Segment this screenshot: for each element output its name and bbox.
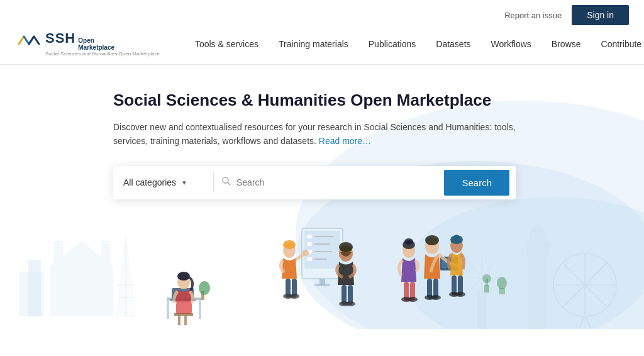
svg-point-40 — [177, 272, 190, 281]
nav-item-training[interactable]: Training materials — [269, 34, 358, 54]
svg-rect-51 — [307, 257, 312, 261]
svg-rect-15 — [526, 241, 550, 257]
read-more-link[interactable]: Read more… — [319, 136, 371, 146]
svg-rect-35 — [176, 303, 192, 314]
svg-point-61 — [289, 294, 299, 299]
nav-item-tools[interactable]: Tools & services — [185, 34, 269, 54]
svg-marker-17 — [530, 222, 545, 231]
logo-tagline: Social Sciences and Humanities Open Mark… — [45, 51, 160, 57]
svg-point-63 — [339, 242, 353, 252]
svg-rect-38 — [184, 316, 187, 325]
svg-point-74 — [408, 297, 418, 302]
category-label: All categories — [123, 177, 176, 187]
svg-rect-46 — [314, 236, 333, 237]
nav-item-workflows[interactable]: Workflows — [481, 34, 541, 54]
header-nav: SSH Open Marketplace Social Sciences and… — [0, 30, 644, 65]
signin-button[interactable]: Sign in — [572, 5, 629, 25]
svg-rect-37 — [178, 316, 180, 325]
svg-rect-11 — [101, 241, 110, 266]
hero-description: Discover new and contextualised resource… — [113, 120, 516, 148]
report-issue-link[interactable]: Report an issue — [504, 11, 562, 20]
svg-line-23 — [579, 316, 585, 329]
logo-ssh: SSH — [45, 31, 75, 45]
nav-item-datasets[interactable]: Datasets — [426, 34, 480, 54]
svg-point-70 — [404, 238, 413, 245]
svg-rect-50 — [314, 251, 332, 252]
logo-icon — [15, 30, 43, 58]
hero-title: Social Sciences & Humanities Open Market… — [113, 90, 553, 111]
nav-item-contribute[interactable]: Contribute — [591, 34, 644, 54]
svg-point-93 — [497, 277, 507, 289]
search-input[interactable] — [236, 177, 436, 187]
search-input-wrap — [214, 176, 444, 189]
hero-desc-text: Discover new and contextualised resource… — [113, 122, 516, 146]
svg-rect-45 — [307, 235, 312, 238]
nav-item-browse[interactable]: Browse — [541, 34, 591, 54]
svg-rect-52 — [314, 259, 327, 260]
search-icon — [221, 176, 231, 189]
logo-text: SSH Open Marketplace Social Sciences and… — [45, 31, 160, 57]
svg-point-88 — [455, 292, 465, 297]
svg-rect-36 — [174, 313, 193, 316]
hero-content: Social Sciences & Humanities Open Market… — [113, 90, 553, 199]
nav-item-publications[interactable]: Publications — [358, 34, 426, 54]
svg-point-67 — [345, 301, 355, 306]
svg-rect-8 — [50, 266, 113, 316]
svg-rect-54 — [314, 284, 330, 286]
svg-point-56 — [283, 240, 296, 249]
svg-rect-47 — [307, 242, 312, 246]
header-top: Report an issue Sign in — [0, 0, 644, 30]
svg-point-42 — [199, 281, 210, 295]
search-bar: All categories ▼ Search — [113, 166, 516, 199]
logo: SSH Open Marketplace Social Sciences and… — [15, 30, 160, 58]
svg-rect-31 — [167, 300, 169, 319]
svg-point-57 — [303, 250, 309, 256]
main-nav: Tools & servicesTraining materialsPublic… — [185, 34, 644, 54]
svg-rect-32 — [199, 300, 201, 319]
svg-point-76 — [425, 235, 439, 245]
hero-illustration — [0, 203, 644, 329]
svg-rect-13 — [28, 260, 41, 316]
svg-rect-48 — [314, 243, 330, 245]
svg-point-91 — [482, 274, 491, 283]
svg-rect-25 — [478, 291, 486, 329]
hero-section: Social Sciences & Humanities Open Market… — [0, 65, 644, 329]
category-select[interactable]: All categories ▼ — [113, 172, 214, 192]
chevron-down-icon: ▼ — [181, 179, 187, 186]
svg-rect-14 — [528, 253, 547, 329]
logo-marketplace-text: Marketplace — [78, 44, 114, 51]
search-button[interactable]: Search — [444, 170, 509, 196]
svg-rect-10 — [53, 241, 63, 266]
svg-rect-16 — [530, 231, 545, 243]
svg-line-24 — [585, 316, 591, 329]
logo-open: Open — [78, 37, 114, 44]
svg-point-82 — [431, 295, 441, 300]
